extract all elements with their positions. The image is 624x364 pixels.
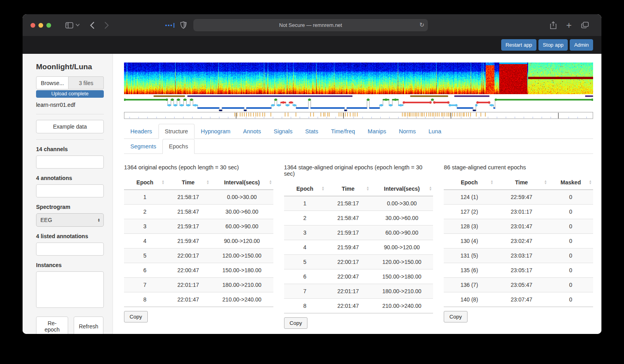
tab-epochs[interactable]: Epochs [162, 139, 194, 154]
sort-arrows-icon: ▲▼ [366, 186, 369, 191]
tab-norms[interactable]: Norms [393, 124, 422, 139]
zoom-window-button[interactable] [46, 23, 51, 28]
table-cell: 21:58:17 [166, 190, 210, 205]
epoch-table-panel: 86 stage-aligned current epochsEpoch▲▼Ti… [444, 164, 593, 329]
column-header-time[interactable]: Time▲▼ [326, 182, 370, 196]
column-header-time[interactable]: Time▲▼ [166, 175, 210, 190]
shield-icon[interactable] [180, 21, 187, 29]
epoch-table: Epoch▲▼Time▲▼Interval(secs)▲▼121:58:170.… [124, 175, 273, 307]
tab-hypnogram[interactable]: Hypnogram [195, 124, 237, 139]
table-row[interactable]: 136 (7)23:05:470 [444, 278, 593, 292]
close-window-button[interactable] [31, 23, 35, 28]
table-cell: 22:00:17 [326, 255, 370, 269]
table-cell: 22:01:17 [326, 284, 370, 299]
table-row[interactable]: 421:59:4790.00->120.00 [124, 234, 273, 248]
column-header-time[interactable]: Time▲▼ [494, 175, 548, 190]
table-cell: 60.00->90.00 [370, 226, 433, 240]
spectrogram-channel-value: EEG [40, 217, 52, 223]
stop-app-button[interactable]: Stop app [538, 39, 568, 51]
reload-icon[interactable]: ↻ [419, 21, 424, 28]
table-row[interactable]: 321:59:1760.00->90.00 [284, 226, 433, 240]
table-row[interactable]: 127 (2)23:01:170 [444, 205, 593, 219]
chevron-down-icon[interactable] [76, 24, 80, 27]
column-header-epoch[interactable]: Epoch▲▼ [284, 182, 326, 196]
tab-time-freq[interactable]: Time/freq [324, 124, 361, 139]
minimize-window-button[interactable] [38, 23, 43, 28]
table-row[interactable]: 121:58:170.00->30.00 [124, 190, 273, 205]
ruler-box [124, 112, 593, 119]
tab-signals[interactable]: Signals [267, 124, 299, 139]
column-header-epoch[interactable]: Epoch▲▼ [444, 175, 494, 190]
hypnogram-dot [385, 99, 387, 101]
table-row[interactable]: 722:01:17180.00->210.00 [284, 284, 433, 299]
table-row[interactable]: 421:59:4790.00->120.00 [284, 240, 433, 255]
admin-button[interactable]: Admin [570, 39, 593, 51]
copy-button[interactable]: Copy [124, 311, 148, 322]
tab-overview-icon[interactable] [581, 22, 589, 28]
refresh-button[interactable]: Refresh [74, 317, 103, 334]
table-row[interactable]: 822:01:47210.00->240.00 [284, 299, 433, 313]
tab-stats[interactable]: Stats [299, 124, 324, 139]
table-row[interactable]: 522:00:17120.00->150.00 [124, 248, 273, 263]
table-row[interactable]: 130 (4)23:02:470 [444, 234, 593, 248]
table-row[interactable]: 128 (3)23:01:470 [444, 219, 593, 234]
re-epoch-button[interactable]: Re-epoch [36, 317, 68, 334]
new-tab-icon[interactable]: + [566, 20, 572, 31]
column-header-interval-secs-[interactable]: Interval(secs)▲▼ [370, 182, 433, 196]
tab-manips[interactable]: Manips [361, 124, 393, 139]
sidebar-toggle-icon[interactable] [65, 22, 73, 28]
table-row[interactable]: 131 (5)23:03:170 [444, 248, 593, 263]
select-arrows-icon: ▲▼ [97, 218, 100, 222]
table-row[interactable]: 622:00:47150.00->180.00 [124, 263, 273, 278]
sort-arrows-icon: ▲▼ [490, 180, 493, 185]
table-cell: 0 [548, 278, 593, 292]
table-cell: 8 [284, 299, 326, 313]
table-row[interactable]: 221:58:4730.00->60.00 [284, 211, 433, 226]
sub-tabs: SegmentsEpochs [124, 139, 593, 154]
column-header-epoch[interactable]: Epoch▲▼ [124, 175, 166, 190]
instances-textarea[interactable] [36, 271, 104, 308]
share-icon[interactable] [550, 21, 557, 29]
timeline-tracks[interactable] [124, 95, 593, 119]
column-header-interval-secs-[interactable]: Interval(secs)▲▼ [210, 175, 273, 190]
channels-input[interactable] [36, 155, 104, 169]
hypnogram-dot [308, 99, 311, 101]
tab-segments[interactable]: Segments [124, 139, 162, 154]
column-header-masked[interactable]: Masked▲▼ [548, 175, 593, 190]
tab-annots[interactable]: Annots [237, 124, 267, 139]
table-row[interactable]: 140 (8)23:07:470 [444, 292, 593, 307]
annotations-input[interactable] [36, 184, 104, 197]
tab-headers[interactable]: Headers [124, 124, 158, 139]
spectrogram-channel-select[interactable]: EEG ▲▼ [36, 213, 104, 227]
back-button[interactable] [90, 22, 94, 29]
forward-button[interactable] [105, 22, 109, 29]
copy-button[interactable]: Copy [284, 317, 308, 329]
address-bar[interactable]: Not Secure — remnrem.net ↻ [193, 19, 428, 31]
table-row[interactable]: 124 (1)22:59:470 [444, 190, 593, 205]
table-cell: 8 [124, 292, 166, 307]
table-row[interactable]: 121:58:170.00->30.00 [284, 196, 433, 211]
table-row[interactable]: 321:59:1760.00->90.00 [124, 219, 273, 234]
table-row[interactable]: 622:00:47150.00->180.00 [284, 269, 433, 284]
main-content: HeadersStructureHypnogramAnnotsSignalsSt… [113, 54, 601, 334]
spectrogram-canvas[interactable] [124, 63, 593, 94]
table-row[interactable]: 221:58:4730.00->60.00 [124, 205, 273, 219]
tab-luna[interactable]: Luna [422, 124, 448, 139]
hypnogram-dot [367, 99, 369, 101]
table-row[interactable]: 135 (6)23:05:170 [444, 263, 593, 278]
copy-button[interactable]: Copy [444, 311, 468, 322]
example-data-button[interactable]: Example data [36, 120, 104, 133]
table-cell: 180.00->210.00 [210, 278, 273, 292]
table-cell: 180.00->210.00 [370, 284, 433, 299]
table-row[interactable]: 722:01:17180.00->210.00 [124, 278, 273, 292]
table-cell: 130 (4) [444, 234, 494, 248]
uploaded-file-name: learn-nsrr01.edf [36, 102, 103, 108]
page-loading-dots-icon[interactable]: ••• [165, 22, 174, 28]
tab-structure[interactable]: Structure [158, 124, 195, 139]
restart-app-button[interactable]: Restart app [501, 39, 536, 51]
listed-annotations-input[interactable] [36, 243, 104, 256]
instances-label: Instances [36, 262, 103, 268]
table-row[interactable]: 522:00:17120.00->150.00 [284, 255, 433, 269]
browse-button[interactable]: Browse... [36, 76, 69, 89]
table-row[interactable]: 822:01:47210.00->240.00 [124, 292, 273, 307]
